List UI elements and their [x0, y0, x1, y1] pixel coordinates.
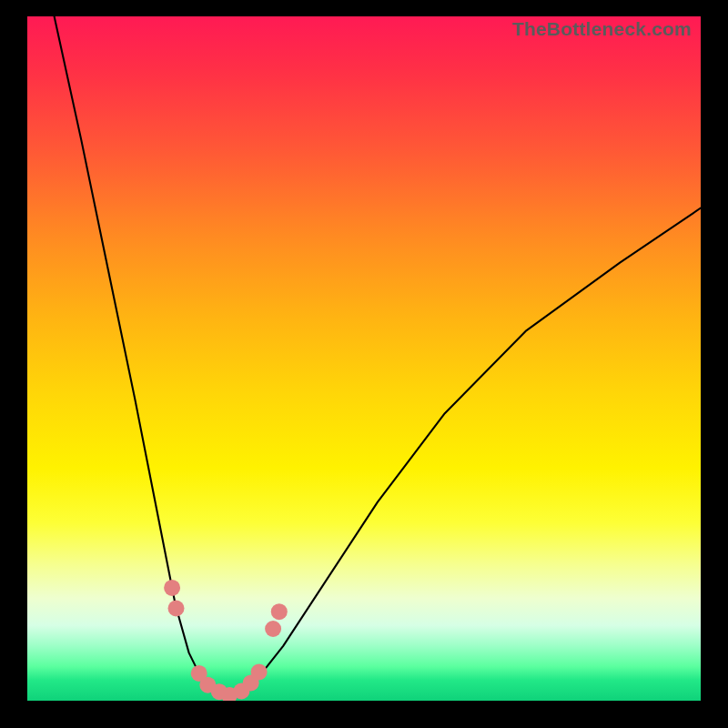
- curve-marker: [211, 683, 228, 700]
- curve-marker: [191, 665, 207, 682]
- curve-marker: [233, 683, 249, 700]
- curve-marker: [199, 677, 216, 693]
- watermark-text: TheBottleneck.com: [512, 18, 692, 40]
- curve-marker: [251, 663, 268, 680]
- curve-marker: [221, 687, 238, 701]
- curve-marker: [271, 603, 288, 620]
- bottleneck-curve: [55, 16, 701, 697]
- chart-overlay: [27, 16, 701, 701]
- curve-marker: [168, 601, 185, 617]
- curve-marker: [164, 580, 180, 596]
- plot-area: TheBottleneck.com: [27, 16, 701, 701]
- curve-markers: [164, 580, 288, 701]
- chart-frame: TheBottleneck.com: [0, 0, 728, 728]
- curve-marker: [265, 621, 281, 637]
- curve-marker: [243, 674, 259, 691]
